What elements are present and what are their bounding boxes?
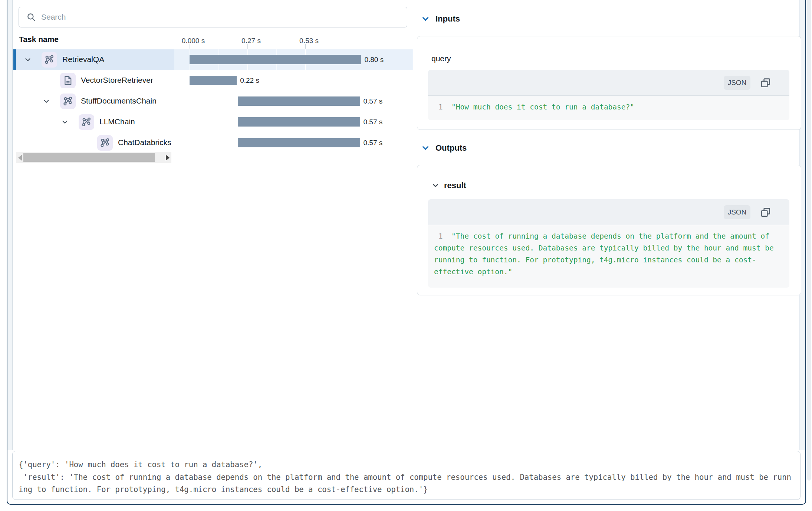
duration-label: 0.57 s xyxy=(364,139,383,147)
chevron-down-icon[interactable] xyxy=(24,56,32,64)
document-icon xyxy=(60,73,76,88)
axis-tick-mark xyxy=(190,44,190,49)
outputs-title: Outputs xyxy=(435,143,467,153)
task-cell[interactable]: ChatDatabricks xyxy=(13,132,174,153)
task-row[interactable]: ChatDatabricks0.57 s xyxy=(13,132,413,153)
inputs-card: query JSON 1 "How much does it cost to r… xyxy=(417,36,801,130)
axis-tick-1: 0.27 s xyxy=(241,37,261,45)
inputs-section-header[interactable]: Inputs xyxy=(421,14,460,24)
task-row[interactable]: RetrievalQA0.80 s xyxy=(13,49,413,70)
chevron-down-icon[interactable] xyxy=(61,118,69,126)
task-row[interactable]: VectorStoreRetriever0.22 s xyxy=(13,70,413,91)
duration-bar[interactable] xyxy=(190,76,237,85)
input-code-block: JSON 1 "How much does it cost to run a d… xyxy=(428,70,789,120)
axis-tick-mark xyxy=(247,44,248,49)
duration-bar[interactable] xyxy=(238,96,360,106)
task-name-header: Task name xyxy=(19,35,59,44)
task-cell[interactable]: LLMChain xyxy=(13,112,174,132)
search-icon xyxy=(26,12,36,22)
duration-bar[interactable] xyxy=(238,117,360,127)
task-name-label: VectorStoreRetriever xyxy=(81,76,153,85)
left-gutter xyxy=(7,0,13,450)
scroll-left-arrow-icon[interactable] xyxy=(18,155,22,161)
task-row[interactable]: StuffDocumentsChain0.57 s xyxy=(13,91,413,112)
duration-label: 0.57 s xyxy=(364,97,383,105)
code-content: 1 "How much does it cost to run a databa… xyxy=(428,96,789,120)
code-toolbar: JSON xyxy=(428,70,789,96)
horizontal-scrollbar[interactable] xyxy=(16,152,171,163)
chevron-down-icon[interactable] xyxy=(421,143,430,153)
chevron-down-icon[interactable] xyxy=(421,14,430,24)
page-scrollbar-thumb[interactable] xyxy=(807,0,811,481)
copy-icon[interactable] xyxy=(760,207,771,218)
pane-divider xyxy=(413,0,413,450)
search-placeholder: Search xyxy=(41,13,66,22)
output-code-block: JSON 1 "The cost of running a database d… xyxy=(428,199,789,288)
stdout-text: {'query': 'How much does it cost to run … xyxy=(13,451,800,504)
copy-icon[interactable] xyxy=(760,77,771,88)
axis-tick-2: 0.53 s xyxy=(299,37,319,45)
duration-label: 0.57 s xyxy=(364,118,383,126)
input-field-name: query xyxy=(431,54,451,63)
selected-row-accent xyxy=(13,49,16,70)
chain-icon xyxy=(60,94,76,109)
gantt-cell: 0.57 s xyxy=(174,112,413,132)
stdout-output-box: {'query': 'How much does it cost to run … xyxy=(12,451,801,500)
task-cell[interactable]: StuffDocumentsChain xyxy=(13,91,174,112)
chevron-down-icon[interactable] xyxy=(431,181,440,190)
task-name-label: RetrievalQA xyxy=(62,55,104,64)
trace-output-cell: Search Task name 0.000 s 0.27 s 0.53 s R… xyxy=(0,0,812,511)
gantt-cell: 0.57 s xyxy=(174,132,413,153)
axis-tick-0: 0.000 s xyxy=(182,37,205,45)
chain-icon xyxy=(42,52,57,68)
scroll-right-arrow-icon[interactable] xyxy=(166,155,170,161)
task-name-label: ChatDatabricks xyxy=(118,138,171,147)
task-row[interactable]: LLMChain0.57 s xyxy=(13,112,413,132)
axis-tick-mark xyxy=(305,44,306,49)
code-line: 1 "How much does it cost to run a databa… xyxy=(428,96,789,113)
duration-label: 0.80 s xyxy=(364,56,384,64)
json-format-button[interactable]: JSON xyxy=(724,205,750,219)
output-field-name: result xyxy=(444,181,466,190)
duration-bar[interactable] xyxy=(238,138,360,147)
gantt-cell: 0.57 s xyxy=(174,91,413,112)
result-field-header[interactable]: result xyxy=(431,181,466,190)
task-name-label: StuffDocumentsChain xyxy=(81,96,157,105)
chain-icon xyxy=(79,114,94,130)
outputs-section-header[interactable]: Outputs xyxy=(421,143,467,153)
gantt-cell: 0.80 s xyxy=(174,49,413,70)
chain-icon xyxy=(97,135,113,151)
outputs-card: result JSON 1 "The cost of running a dat… xyxy=(417,165,801,295)
json-format-button[interactable]: JSON xyxy=(724,76,750,90)
code-content: 1 "The cost of running a database depend… xyxy=(428,225,789,288)
horizontal-scrollbar-thumb[interactable] xyxy=(23,153,155,162)
task-cell[interactable]: RetrievalQA xyxy=(13,49,174,70)
search-input[interactable]: Search xyxy=(19,7,407,27)
code-toolbar: JSON xyxy=(428,199,789,225)
duration-label: 0.22 s xyxy=(240,76,259,85)
inputs-title: Inputs xyxy=(435,14,460,24)
duration-bar[interactable] xyxy=(190,55,361,64)
gantt-cell: 0.22 s xyxy=(174,70,413,91)
task-name-label: LLMChain xyxy=(99,117,135,126)
code-line: 1 "The cost of running a database depend… xyxy=(428,225,789,278)
task-cell[interactable]: VectorStoreRetriever xyxy=(13,70,174,91)
chevron-down-icon[interactable] xyxy=(42,97,50,105)
